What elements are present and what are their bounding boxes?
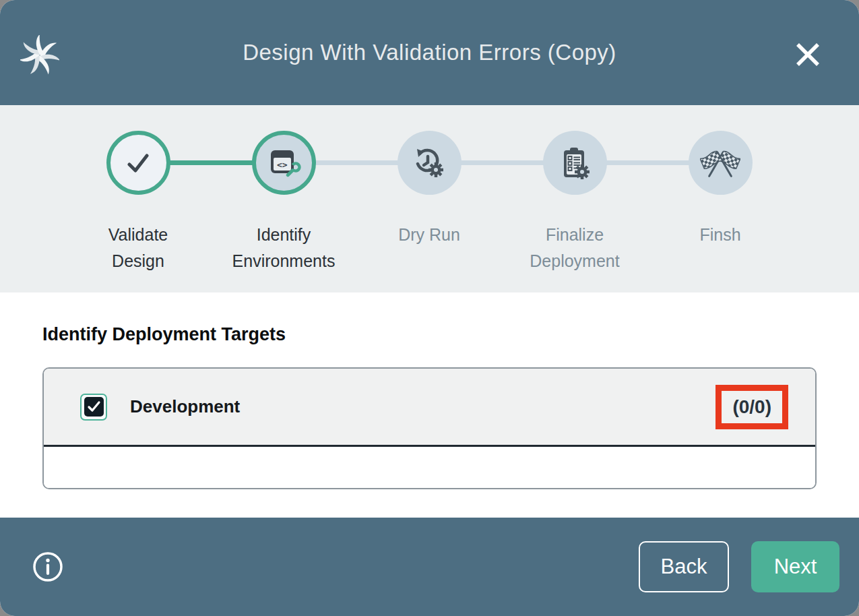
step-circle-active: <> [252,131,316,195]
step-label: Validate Design [80,222,196,274]
step-finalize-deployment: Finalize Deployment [502,131,647,274]
step-identify-environments: <> Identify Environments [211,131,356,274]
check-icon [123,148,154,179]
modal-header: Design With Validation Errors (Copy) [0,0,859,105]
svg-text:<>: <> [277,160,288,170]
checkbox-checkmark [84,397,104,417]
modal-title: Design With Validation Errors (Copy) [243,40,616,65]
step-label: Finsh [699,222,740,248]
deployment-wizard-modal: Design With Validation Errors (Copy) Val… [0,0,859,616]
target-count-badge: (0/0) [732,398,771,417]
step-finish: Finsh [647,131,793,274]
targets-list-empty-area [44,447,815,488]
finish-flags-icon [700,144,740,182]
history-gear-icon [412,146,447,181]
development-checkbox[interactable] [80,394,107,421]
clipboard-gear-icon [557,146,592,181]
modal-footer: Back Next [0,518,859,616]
stepper-connector [459,160,547,165]
step-validate-design: Validate Design [65,131,211,274]
deployment-targets-list: Development (0/0) [42,367,817,489]
step-label: Finalize Deployment [517,222,633,274]
next-button[interactable]: Next [751,541,839,592]
step-label: Dry Run [398,222,460,248]
info-icon[interactable] [32,551,64,583]
stepper-connector [168,160,256,165]
code-window-wrench-icon: <> [265,145,302,181]
target-row-development: Development (0/0) [44,369,815,447]
pinwheel-logo-icon [20,35,59,75]
step-circle-upcoming [397,131,462,195]
annotation-highlight-box: (0/0) [715,385,788,429]
close-icon[interactable] [794,40,822,69]
wizard-stepper: Validate Design <> Identify Environm [0,105,859,292]
target-name: Development [130,396,240,417]
section-heading: Identify Deployment Targets [42,324,817,345]
step-circle-completed [106,131,170,195]
stepper-connector [314,160,402,165]
step-circle-upcoming [543,131,607,195]
step-label: Identify Environments [226,222,342,274]
wizard-step-content: Identify Deployment Targets Development … [0,292,859,518]
step-dry-run: Dry Run [356,131,502,274]
step-circle-upcoming [689,131,753,195]
back-button[interactable]: Back [639,541,729,592]
stepper-connector [605,160,693,165]
